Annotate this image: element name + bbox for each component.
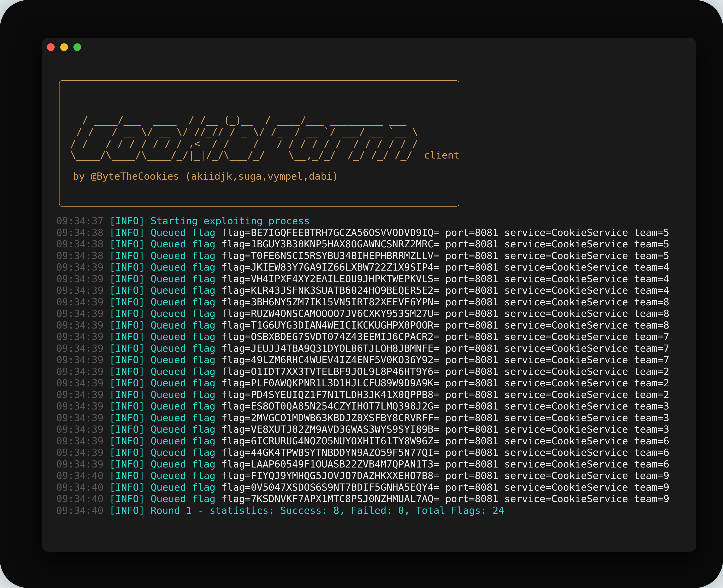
- log-level-badge: [INFO]: [109, 285, 145, 296]
- log-flag-details: flag=3BH6NY5ZM7IK15VN5IRT82XEEVF6YPN= po…: [221, 296, 669, 308]
- log-level-badge: [INFO]: [109, 250, 145, 261]
- log-row-queued-flag: 09:34:39 [INFO] Queued flag flag=3BH6NY5…: [56, 296, 669, 308]
- log-timestamp: 09:34:38: [56, 238, 103, 250]
- log-level-badge: [INFO]: [109, 400, 145, 412]
- log-flag-details: flag=OSBXBDEG7SVDT074Z43EEMIJ6CPACR2= po…: [221, 331, 669, 342]
- log-action: Queued flag: [151, 261, 215, 273]
- log-level-badge: [INFO]: [109, 459, 145, 470]
- log-row-queued-flag: 09:34:39 [INFO] Queued flag flag=LAAP605…: [56, 459, 669, 470]
- log-level-badge: [INFO]: [109, 296, 145, 308]
- log-timestamp: 09:34:39: [56, 377, 103, 388]
- log-row-queued-flag: 09:34:39 [INFO] Queued flag flag=2MVGCO1…: [56, 412, 669, 424]
- log-flag-details: flag=44GK4TPWBSYTNBDDYN9AZO59F5N77QI= po…: [221, 447, 669, 458]
- log-flag-details: flag=1BGUY3B30KNP5HAX8OGAWNCSNRZ2MRC= po…: [221, 238, 669, 250]
- log-flag-details: flag=6ICRURUG4NQZO5NUYOXHIT61TY8W96Z= po…: [221, 435, 669, 447]
- log-level-badge: [INFO]: [109, 366, 145, 377]
- log-timestamp: 09:34:39: [56, 273, 103, 285]
- log-row-queued-flag: 09:34:39 [INFO] Queued flag flag=ES8OT0Q…: [56, 400, 669, 412]
- log-flag-details: flag=BE7IGQFEEBTRH7GCZA56OSVVODVD9IQ= po…: [221, 227, 669, 238]
- log-level-badge: [INFO]: [109, 343, 145, 354]
- log-row-queued-flag: 09:34:39 [INFO] Queued flag flag=VE8XUTJ…: [56, 424, 669, 435]
- log-timestamp: 09:34:39: [56, 319, 103, 331]
- log-row-queued-flag: 09:34:39 [INFO] Queued flag flag=44GK4TP…: [56, 447, 669, 459]
- log-row-queued-flag: 09:34:39 [INFO] Queued flag flag=PD4SYEU…: [56, 389, 669, 401]
- log-row-message: 09:34:40 [INFO] Round 1 - statistics: Su…: [56, 505, 669, 517]
- log-level-badge: [INFO]: [109, 319, 145, 331]
- log-message: Round 1 - statistics: Success: 8, Failed…: [151, 505, 504, 516]
- zoom-button[interactable]: [73, 43, 81, 51]
- log-timestamp: 09:34:39: [56, 435, 103, 447]
- log-level-badge: [INFO]: [109, 470, 145, 481]
- screenshot-backdrop: ______ __ _ ______ / ____/___ ____ / /__…: [0, 0, 723, 588]
- log-level-badge: [INFO]: [109, 424, 145, 435]
- log-action: Queued flag: [151, 447, 215, 458]
- log-level-badge: [INFO]: [109, 227, 145, 238]
- log-level-badge: [INFO]: [109, 435, 145, 447]
- log-level-badge: [INFO]: [109, 354, 145, 365]
- banner-byline: by @ByteTheCookies (akiidjk,suga,vympel,…: [73, 170, 459, 182]
- log-flag-details: flag=JEUJJ4TBA9Q31DYOL86TJLOH8JBMNFE= po…: [221, 343, 669, 354]
- minimize-button[interactable]: [60, 43, 68, 51]
- log-timestamp: 09:34:38: [56, 250, 103, 261]
- log-timestamp: 09:34:39: [56, 424, 103, 435]
- close-button[interactable]: [47, 43, 55, 51]
- log-action: Queued flag: [151, 238, 215, 250]
- log-level-badge: [INFO]: [109, 215, 145, 227]
- log-flag-details: flag=VE8XUTJ82ZM9AVD3GWAS3WYS9SYI89B= po…: [221, 424, 669, 435]
- log-action: Queued flag: [151, 319, 215, 331]
- log-level-badge: [INFO]: [109, 377, 145, 388]
- log-timestamp: 09:34:40: [56, 493, 103, 504]
- log-flag-details: flag=0V5047XSDOS6S9NT7BDIF5GNHA5EQY4= po…: [221, 482, 669, 493]
- log-action: Queued flag: [151, 227, 215, 238]
- log-row-queued-flag: 09:34:39 [INFO] Queued flag flag=T1G6UYG…: [56, 319, 669, 331]
- log-level-badge: [INFO]: [109, 331, 145, 342]
- log-action: Queued flag: [151, 459, 215, 470]
- log-level-badge: [INFO]: [109, 238, 145, 250]
- log-action: Queued flag: [151, 412, 215, 423]
- log-action: Queued flag: [151, 470, 215, 481]
- log-row-queued-flag: 09:34:39 [INFO] Queued flag flag=6ICRURU…: [56, 435, 669, 447]
- log-row-queued-flag: 09:34:40 [INFO] Queued flag flag=FIYQJ9Y…: [56, 470, 669, 482]
- log-flag-details: flag=49LZM6RHC4WUEV4IZ4ENF5V0KO36Y92= po…: [221, 354, 669, 365]
- log-row-queued-flag: 09:34:38 [INFO] Queued flag flag=T0FE6NS…: [56, 250, 669, 262]
- log-flag-details: flag=PLF0AWQKPNR1L3D1HJLCFU89W9D9A9K= po…: [221, 377, 669, 388]
- log-flag-details: flag=JKIEW83Y7GA9IZ66LXBW722Z1X9SIP4= po…: [221, 261, 669, 273]
- log-action: Queued flag: [151, 400, 215, 412]
- log-flag-details: flag=2MVGCO1MDWB63KBDJZ0XSFBY8CRVRFF= po…: [221, 412, 669, 423]
- log-flag-details: flag=VH4IPXF4XY2EAILEOU9JHPKTWEPKVLS= po…: [221, 273, 669, 285]
- log-action: Queued flag: [151, 343, 215, 354]
- log-row-queued-flag: 09:34:39 [INFO] Queued flag flag=RUZW4ON…: [56, 308, 669, 319]
- log-flag-details: flag=T0FE6NSCI5RSYBU34BIHEPHBRRMZLLV= po…: [221, 250, 669, 261]
- log-row-message: 09:34:37 [INFO] Starting exploiting proc…: [56, 215, 669, 227]
- log-action: Queued flag: [151, 366, 215, 377]
- log-flag-details: flag=PD4SYEUIQZ1F7N1TLDH3JK41X0QPPB8= po…: [221, 389, 669, 400]
- log-action: Queued flag: [151, 424, 215, 435]
- log-timestamp: 09:34:39: [56, 447, 103, 458]
- cookiefarm-ascii-logo: ______ __ _ ______ / ____/___ ____ / /__…: [60, 81, 459, 161]
- log-row-queued-flag: 09:34:38 [INFO] Queued flag flag=BE7IGQF…: [56, 227, 669, 238]
- log-level-badge: [INFO]: [109, 412, 145, 423]
- log-action: Queued flag: [151, 493, 215, 504]
- log-timestamp: 09:34:37: [56, 215, 103, 227]
- log-flag-details: flag=T1G6UYG3DIAN4WEICIKCKUGHPX0POOR= po…: [221, 319, 669, 331]
- log-action: Queued flag: [151, 354, 215, 365]
- terminal-window: ______ __ _ ______ / ____/___ ____ / /__…: [42, 38, 696, 552]
- log-timestamp: 09:34:39: [56, 400, 103, 412]
- log-flag-details: flag=FIYQJ9YMHQG5JOVJO7DAZHKXXEHO7B8= po…: [221, 470, 669, 481]
- log-level-badge: [INFO]: [109, 505, 145, 516]
- log-flag-details: flag=KLR43JSFNK3SUATB6024HO9BEQER5E2= po…: [221, 285, 669, 296]
- log-timestamp: 09:34:39: [56, 331, 103, 342]
- log-action: Queued flag: [151, 308, 215, 319]
- log-timestamp: 09:34:40: [56, 470, 103, 481]
- log-action: Queued flag: [151, 435, 215, 447]
- log-row-queued-flag: 09:34:39 [INFO] Queued flag flag=OSBXBDE…: [56, 331, 669, 343]
- log-timestamp: 09:34:39: [56, 389, 103, 400]
- log-action: Queued flag: [151, 296, 215, 308]
- log-action: Queued flag: [151, 389, 215, 400]
- log-timestamp: 09:34:39: [56, 343, 103, 354]
- log-row-queued-flag: 09:34:39 [INFO] Queued flag flag=VH4IPXF…: [56, 273, 669, 285]
- log-timestamp: 09:34:39: [56, 308, 103, 319]
- log-timestamp: 09:34:39: [56, 261, 103, 273]
- log-row-queued-flag: 09:34:40 [INFO] Queued flag flag=7KSDNVK…: [56, 493, 669, 505]
- log-row-queued-flag: 09:34:39 [INFO] Queued flag flag=49LZM6R…: [56, 354, 669, 366]
